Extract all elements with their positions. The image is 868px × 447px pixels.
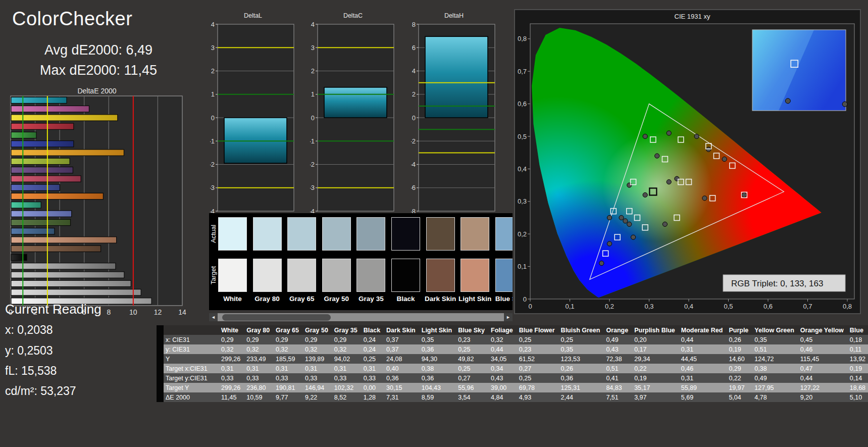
scroll-left-icon[interactable]: ◄ (209, 313, 218, 321)
svg-text:4: 4 (211, 21, 215, 28)
table-col-orange-yellow: Orange Yellow (797, 325, 847, 335)
svg-text:1: 1 (311, 90, 315, 98)
swatch-actual-light-skin (461, 217, 489, 251)
inset-measured-point (785, 98, 790, 104)
svg-text:CIE 1931 xy: CIE 1931 xy (675, 13, 710, 20)
rgb-triplet-readout: RGB Triplet: 0, 133, 163 (731, 279, 823, 288)
deltae-bar-gray-35 (11, 263, 116, 269)
swatch-target-gray-80 (253, 259, 282, 292)
svg-text:-6: -6 (411, 184, 416, 191)
measured-point (627, 222, 632, 226)
swatch-label-gray-35: Gray 35 (353, 295, 389, 303)
deltae-bar-blue (11, 141, 74, 147)
svg-text:0,6: 0,6 (518, 100, 527, 108)
deltae-bar-red (11, 123, 74, 129)
swatch-label-white: White (215, 295, 250, 303)
max-de2000-readout: Max dE2000: 11,45 (0, 63, 197, 78)
cie-diagram-panel: CIE 1931 xy000,10,10,20,20,30,30,40,40,5… (514, 9, 861, 314)
table-row: Target x:CIE310,310,310,310,310,310,310,… (164, 364, 868, 373)
deltae-bar-gray-50 (11, 272, 124, 278)
svg-text:0,4: 0,4 (518, 165, 527, 173)
table-col-white: White (218, 325, 243, 335)
svg-text:0,6: 0,6 (763, 303, 773, 310)
deltal-bar-chart: 43210-1-2-3-4 (210, 10, 296, 213)
current-reading-cdm2: cd/m²: 53,237 (5, 384, 76, 398)
measured-point (694, 134, 699, 138)
measured-point (599, 261, 604, 266)
table-col-gray-65: Gray 65 (273, 325, 302, 335)
deltac-bar-chart: 43210-1-2-3-4 (310, 10, 396, 213)
table-col-blue-sky: Blue Sky (455, 325, 488, 335)
measured-point (607, 241, 611, 246)
swatch-target-white (218, 259, 247, 292)
deltac-bar (324, 87, 387, 118)
svg-text:-8: -8 (411, 208, 416, 214)
swatch-row-label-actual: Actual (210, 217, 218, 251)
measured-point (655, 154, 659, 158)
swatch-scrollbar[interactable]: ◄ ► (209, 313, 513, 321)
deltae-bar-black (11, 254, 27, 260)
swatch-label-dark-skin: Dark Skin (423, 295, 458, 303)
swatch-actual-gray-80 (253, 217, 282, 251)
svg-text:0,5: 0,5 (724, 303, 733, 310)
deltal-bar (224, 118, 287, 163)
current-reading-x: x: 0,2038 (5, 323, 53, 337)
deltae-bar-moderate-red (11, 176, 81, 182)
svg-text:8: 8 (107, 308, 111, 316)
deltae-bar-cyan (11, 97, 67, 103)
svg-text:4: 4 (412, 67, 416, 75)
svg-text:-3: -3 (210, 184, 215, 191)
svg-text:0,8: 0,8 (843, 303, 852, 310)
swatch-actual-dark-skin (426, 217, 455, 251)
svg-text:0,2: 0,2 (518, 230, 527, 238)
deltae-bar-foliage (11, 219, 71, 225)
table-col-blue: Blue (847, 325, 868, 335)
svg-text:-4: -4 (310, 208, 315, 214)
measured-point (643, 192, 647, 197)
measurement-table: WhiteGray 80Gray 65Gray 50Gray 35BlackDa… (164, 325, 868, 402)
svg-text:2: 2 (211, 67, 215, 75)
svg-text:-4: -4 (411, 161, 416, 168)
svg-text:8: 8 (412, 21, 416, 28)
swatch-actual-black (391, 217, 420, 251)
table-col-yellow-green: Yellow Green (751, 325, 797, 335)
measured-point (619, 215, 624, 220)
swatch-target-gray-35 (356, 259, 385, 292)
measured-point (675, 176, 679, 181)
scrollbar-thumb[interactable] (222, 314, 331, 321)
swatch-target-dark-skin (426, 259, 455, 292)
swatch-label-gray-80: Gray 80 (249, 295, 285, 303)
svg-text:0,1: 0,1 (565, 303, 574, 310)
swatch-label-blue-sky: Blue Sky (492, 295, 513, 303)
scroll-right-icon[interactable]: ► (504, 313, 513, 321)
svg-text:2: 2 (311, 67, 315, 75)
measured-point (706, 147, 711, 152)
measured-point (742, 192, 746, 197)
deltae-bar-gray-65 (11, 280, 131, 286)
svg-text:-1: -1 (310, 137, 315, 145)
svg-text:-2: -2 (310, 161, 315, 168)
swatch-label-light-skin: Light Skin (457, 295, 493, 303)
measured-point (627, 183, 632, 187)
deltae-bar-blue-flower (11, 211, 72, 217)
svg-text:0,2: 0,2 (605, 303, 614, 310)
table-row: ΔE 200011,4510,599,779,228,521,287,318,5… (164, 392, 868, 402)
swatch-target-light-skin (461, 259, 489, 292)
svg-text:0,3: 0,3 (518, 197, 527, 205)
deltae-bar-light-skin (11, 237, 117, 243)
svg-text:0: 0 (528, 303, 532, 310)
swatch-target-blue-sky (495, 259, 513, 292)
current-reading-y: y: 0,2503 (5, 344, 53, 358)
deltae-bar-dark-skin (11, 245, 101, 252)
svg-text:-4: -4 (210, 208, 215, 214)
table-row: Target Y299,26236,80190,81146,94102,320,… (164, 383, 868, 392)
svg-text:-3: -3 (310, 184, 315, 191)
svg-text:0,3: 0,3 (644, 303, 653, 310)
table-col-bluish-green: Bluish Green (558, 325, 603, 335)
table-col-purple: Purple (726, 325, 751, 335)
table-row: Target y:CIE310,330,330,330,330,330,330,… (164, 373, 868, 383)
measured-point (702, 196, 707, 201)
svg-text:6: 6 (412, 44, 416, 52)
measured-point (631, 235, 636, 239)
table-col-orange: Orange (603, 325, 631, 335)
